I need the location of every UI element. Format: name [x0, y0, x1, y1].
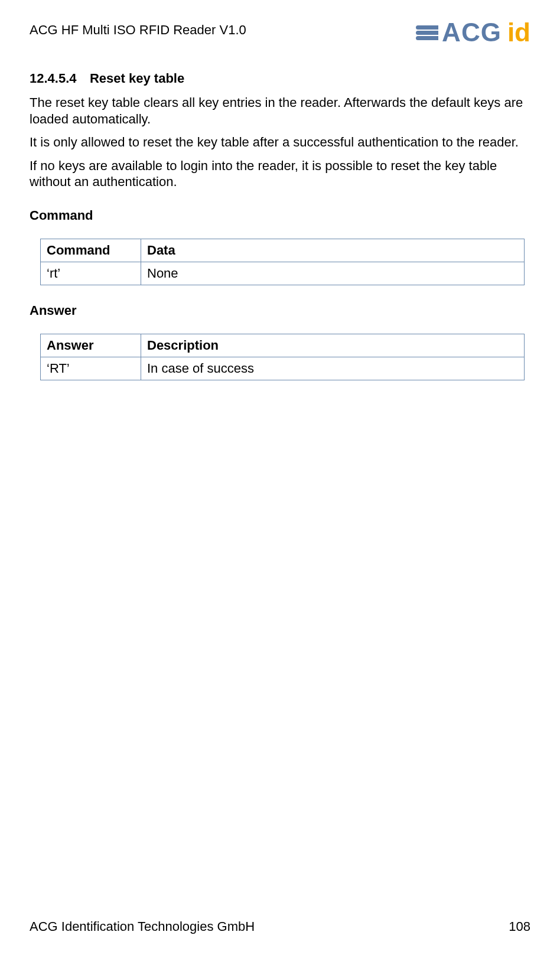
- answer-table: Answer Description ‘RT’ In case of succe…: [40, 334, 525, 380]
- footer-company: ACG Identification Technologies GmbH: [30, 919, 255, 934]
- page-header: ACG HF Multi ISO RFID Reader V1.0 ACG id: [30, 18, 530, 47]
- command-heading: Command: [30, 208, 530, 223]
- command-th-data: Data: [141, 239, 525, 262]
- table-row: Answer Description: [41, 334, 525, 357]
- logo-acg: ACG: [416, 18, 502, 47]
- command-td-command: ‘rt’: [41, 262, 141, 285]
- logo-id-text: id: [507, 18, 530, 47]
- answer-heading: Answer: [30, 303, 530, 318]
- answer-td-description: In case of success: [141, 357, 525, 380]
- table-row: ‘rt’ None: [41, 262, 525, 285]
- table-row: Command Data: [41, 239, 525, 262]
- command-th-command: Command: [41, 239, 141, 262]
- answer-th-description: Description: [141, 334, 525, 357]
- logo-acg-text: ACG: [442, 18, 502, 47]
- command-table: Command Data ‘rt’ None: [40, 239, 525, 285]
- logo-stripes-icon: [416, 25, 438, 41]
- table-row: ‘RT’ In case of success: [41, 357, 525, 380]
- paragraph-1: The reset key table clears all key entri…: [30, 95, 530, 127]
- paragraph-2: It is only allowed to reset the key tabl…: [30, 134, 530, 151]
- paragraph-3: If no keys are available to login into t…: [30, 158, 530, 190]
- command-td-data: None: [141, 262, 525, 285]
- footer-page-number: 108: [509, 919, 530, 934]
- section-title: Reset key table: [90, 71, 184, 86]
- answer-td-answer: ‘RT’: [41, 357, 141, 380]
- document-title: ACG HF Multi ISO RFID Reader V1.0: [30, 18, 246, 38]
- answer-th-answer: Answer: [41, 334, 141, 357]
- section-number: 12.4.5.4: [30, 71, 77, 86]
- page: ACG HF Multi ISO RFID Reader V1.0 ACG id…: [0, 0, 560, 958]
- section-heading: 12.4.5.4 Reset key table: [30, 71, 530, 86]
- page-footer: ACG Identification Technologies GmbH 108: [30, 919, 530, 934]
- logo: ACG id: [416, 18, 530, 47]
